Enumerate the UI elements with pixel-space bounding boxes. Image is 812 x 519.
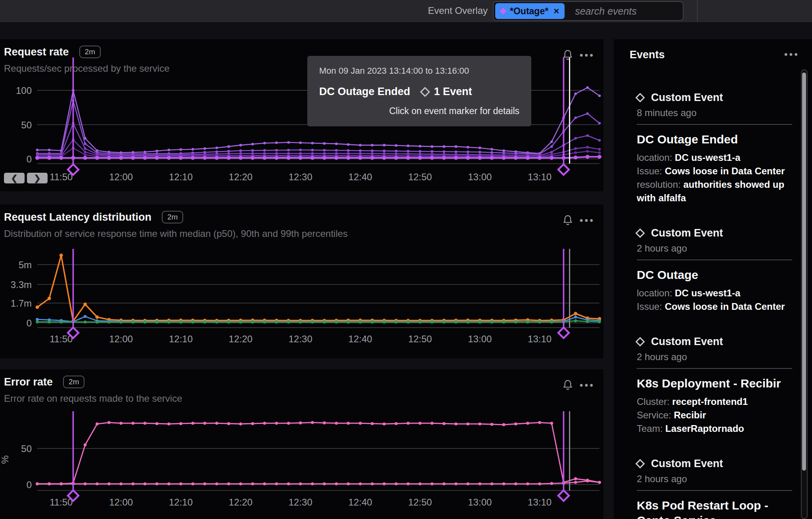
event-overlay-label: Event Overlay — [428, 5, 488, 16]
svg-text:50: 50 — [21, 120, 32, 130]
tooltip-hint: Click on event marker for details — [319, 106, 519, 116]
svg-text:0: 0 — [27, 318, 32, 328]
search-placeholder: search events — [575, 6, 637, 17]
panel-title: Request rate — [4, 46, 69, 58]
event-field: Issue: Cows loose in Data Center — [637, 300, 792, 313]
panel-subtitle: Error rate on requests made to the servi… — [4, 393, 182, 404]
topbar: Event Overlay *Outage* × search events — [0, 0, 812, 22]
svg-text:12:30: 12:30 — [289, 497, 312, 508]
svg-text:13:10: 13:10 — [528, 497, 552, 508]
event-type: Custom Event — [637, 227, 792, 239]
events-list: Custom Event8 minutes agoDC Outage Ended… — [637, 92, 792, 519]
event-title: K8s Pod Restart Loop - Canto Service — [637, 498, 792, 519]
event-list-item[interactable]: Custom Event8 minutes agoDC Outage Ended… — [637, 92, 792, 205]
event-diamond-icon — [635, 459, 645, 468]
event-type: Custom Event — [637, 336, 792, 348]
event-type: Custom Event — [637, 458, 792, 470]
alert-bell-icon[interactable] — [562, 214, 573, 227]
event-time: 2 hours ago — [637, 243, 792, 254]
event-diamond-icon — [635, 93, 645, 102]
search-tag-outage[interactable]: *Outage* × — [495, 3, 565, 19]
svg-text:12:50: 12:50 — [408, 497, 432, 508]
event-diamond-icon — [635, 228, 645, 238]
event-title: K8s Deployment - Recibir — [637, 376, 792, 391]
tag-remove-icon[interactable]: × — [553, 6, 559, 17]
panel-error-rate: 50011:5012:0012:1012:2012:3012:4012:5013… — [0, 369, 603, 519]
panel-subtitle: Distribution of service response time wi… — [4, 228, 348, 239]
panel-title: Error rate — [4, 376, 53, 388]
y-axis-unit-label: % — [0, 455, 11, 464]
svg-text:12:40: 12:40 — [349, 334, 372, 344]
svg-text:12:30: 12:30 — [289, 334, 312, 344]
rollup-badge: 2m — [63, 376, 84, 388]
svg-text:12:10: 12:10 — [169, 172, 193, 182]
event-list-item[interactable]: Custom Event2 hours agoK8s Deployment - … — [637, 336, 792, 435]
svg-text:12:50: 12:50 — [408, 334, 432, 344]
event-list-item[interactable]: Custom Event2 hours agoK8s Pod Restart L… — [637, 458, 792, 519]
event-diamond-icon — [635, 337, 645, 346]
divider — [637, 124, 792, 125]
svg-text:12:20: 12:20 — [229, 172, 253, 182]
alert-bell-icon[interactable] — [562, 379, 573, 391]
event-field: location: DC us-west1-a — [637, 286, 792, 300]
event-type: Custom Event — [637, 92, 792, 104]
rollup-badge: 2m — [79, 46, 101, 58]
svg-text:100: 100 — [16, 85, 32, 96]
svg-text:12:40: 12:40 — [349, 497, 372, 508]
scroll-right-button[interactable]: ❯ — [27, 173, 48, 183]
panel-title: Request Latency distribution — [4, 211, 151, 223]
svg-text:12:50: 12:50 — [408, 172, 432, 182]
svg-text:12:00: 12:00 — [109, 334, 133, 344]
divider — [637, 368, 792, 369]
svg-text:13:00: 13:00 — [468, 334, 492, 344]
svg-text:12:00: 12:00 — [109, 172, 133, 182]
event-title: DC Outage — [637, 267, 792, 282]
svg-text:11:50: 11:50 — [50, 172, 73, 182]
svg-text:12:00: 12:00 — [109, 497, 133, 508]
divider — [637, 260, 792, 260]
events-options-icon[interactable]: ••• — [784, 49, 799, 60]
event-diamond-icon — [420, 87, 430, 97]
scroll-left-button[interactable]: ❮ — [4, 173, 25, 183]
svg-text:3.3m: 3.3m — [11, 279, 32, 290]
panel-request-latency: 5m3.3m1.7m011:5012:0012:1012:2012:3012:4… — [0, 204, 603, 359]
svg-text:5m: 5m — [19, 260, 32, 270]
svg-text:13:10: 13:10 — [528, 172, 552, 182]
svg-text:50: 50 — [21, 443, 32, 454]
events-panel: Events ••• Custom Event8 minutes agoDC O… — [614, 39, 812, 519]
svg-text:13:00: 13:00 — [468, 497, 492, 508]
svg-text:12:30: 12:30 — [289, 172, 312, 182]
event-field: location: DC us-west1-a — [637, 151, 792, 164]
event-field: Cluster: recept-frontend1 — [637, 395, 792, 408]
tooltip-event-count: 1 Event — [434, 86, 472, 98]
event-tooltip: Mon 09 Jan 2023 13:14:00 to 13:16:00 DC … — [307, 56, 531, 126]
event-field: resolution: authorities showed up with a… — [637, 178, 792, 205]
svg-text:12:20: 12:20 — [229, 334, 253, 344]
svg-text:12:40: 12:40 — [349, 172, 372, 182]
panel-subtitle: Requests/sec processed by the service — [4, 63, 170, 74]
alert-bell-icon[interactable] — [562, 49, 573, 61]
panel-options-icon[interactable]: ••• — [580, 380, 595, 391]
events-scrollbar-track[interactable] — [801, 69, 808, 519]
event-time: 2 hours ago — [637, 473, 792, 485]
event-title: DC Outage Ended — [637, 132, 792, 147]
event-field: Issue: Cows loose in Data Center — [637, 164, 792, 178]
tag-label: *Outage* — [510, 6, 548, 17]
tooltip-event-name: DC Outage Ended — [319, 86, 410, 98]
panel-options-icon[interactable]: ••• — [580, 215, 595, 226]
svg-text:13:10: 13:10 — [528, 334, 552, 344]
event-list-item[interactable]: Custom Event2 hours agoDC Outagelocation… — [637, 227, 792, 313]
events-scrollbar-thumb[interactable] — [802, 73, 806, 471]
event-field: Service: Recibir — [637, 408, 792, 422]
svg-text:0: 0 — [27, 154, 32, 164]
event-search-box[interactable]: *Outage* × search events — [493, 1, 684, 21]
event-time: 8 minutes ago — [637, 107, 792, 118]
topbar-divider — [697, 0, 698, 22]
svg-text:1.7m: 1.7m — [11, 298, 32, 309]
panel-options-icon[interactable]: ••• — [580, 50, 595, 61]
svg-text:12:20: 12:20 — [229, 497, 253, 508]
svg-text:11:50: 11:50 — [50, 497, 73, 508]
rollup-badge: 2m — [162, 211, 183, 223]
events-panel-title: Events — [630, 49, 665, 61]
svg-text:13:00: 13:00 — [468, 172, 492, 182]
